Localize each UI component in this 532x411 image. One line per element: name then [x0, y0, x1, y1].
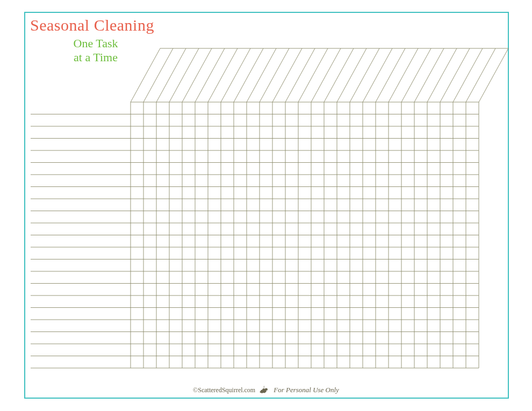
footer-copyright: ©ScatteredSquirrel.com	[193, 386, 255, 394]
tracking-grid	[0, 0, 532, 411]
svg-line-100	[479, 48, 508, 102]
svg-line-86	[298, 48, 328, 102]
squirrel-icon	[259, 385, 269, 396]
svg-line-80	[221, 48, 250, 102]
svg-line-83	[260, 48, 289, 102]
svg-line-91	[363, 48, 392, 102]
svg-line-99	[466, 48, 495, 102]
svg-line-93	[389, 48, 418, 102]
footer-site: ScatteredSquirrel.com	[198, 386, 255, 394]
svg-line-87	[311, 48, 341, 102]
footer: ©ScatteredSquirrel.com For Personal Use …	[0, 385, 532, 396]
svg-line-95	[414, 48, 444, 102]
svg-line-85	[285, 48, 315, 102]
svg-line-96	[427, 48, 457, 102]
svg-line-90	[350, 48, 379, 102]
svg-line-84	[272, 48, 302, 102]
svg-line-82	[247, 48, 276, 102]
svg-line-88	[324, 48, 354, 102]
svg-line-89	[337, 48, 366, 102]
svg-line-76	[169, 48, 199, 102]
svg-line-75	[156, 48, 186, 102]
svg-line-78	[195, 48, 225, 102]
svg-line-73	[131, 48, 160, 102]
svg-line-74	[143, 48, 173, 102]
svg-line-77	[182, 48, 212, 102]
svg-line-98	[453, 48, 483, 102]
svg-line-92	[376, 48, 405, 102]
svg-line-97	[440, 48, 470, 102]
page: Seasonal Cleaning One Task at a Time ©Sc…	[0, 0, 532, 411]
footer-note: For Personal Use Only	[274, 386, 339, 394]
svg-line-81	[234, 48, 263, 102]
svg-line-94	[401, 48, 431, 102]
svg-line-79	[208, 48, 238, 102]
